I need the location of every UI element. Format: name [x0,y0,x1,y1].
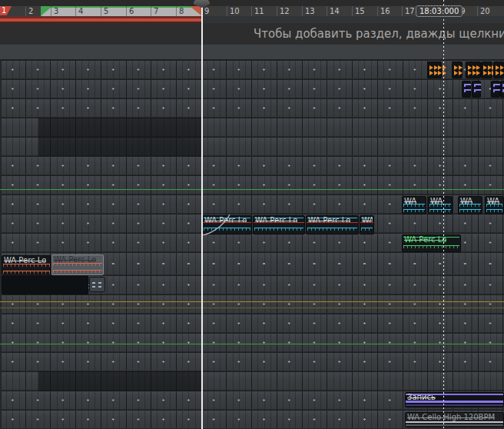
midi-notes-orange-icon [468,65,476,75]
audio-clip-wa-perc-lo[interactable]: WA Perc Lo [306,215,359,234]
playhead-line [201,6,203,429]
edit-cursor-line [443,0,444,429]
midi-clip[interactable] [466,62,481,78]
ruler-measure-20[interactable]: 20 [477,6,490,16]
audio-clip[interactable] [2,275,88,294]
midi-notes-orange-icon [429,65,438,75]
edit-cursor-time-display[interactable]: 18:03:000 [416,5,463,17]
ruler-measure-10[interactable]: 10 [227,6,240,16]
track-row[interactable] [0,175,504,195]
midi-note-band [406,421,503,423]
clip-label: WA Cello High 120BPM [407,413,495,421]
track-row[interactable] [0,352,504,371]
audio-clip-wa-perc-lo[interactable]: WA Perc Lo [402,234,461,252]
clip-label: WA Perc Lo [255,216,297,224]
waveform [403,245,459,248]
clip-label: WA Perc Lo [54,255,96,264]
mini-notes-row [92,286,103,288]
daw-arrange-window: 234567891011121314151617181920 1 Чтобы д… [0,0,504,429]
audio-clip-wa[interactable]: WA [428,196,453,214]
waveform [307,228,357,231]
ruler-measure-13[interactable]: 13 [302,6,315,16]
midi-notes-orange-icon [454,65,463,75]
ruler-measure-12[interactable]: 12 [277,6,290,16]
clip-label: Запись [407,393,436,401]
mute-strike-line [307,222,358,223]
waveform [204,228,250,231]
ruler-measure-3[interactable]: 3 [51,6,58,16]
ruler-measure-16[interactable]: 16 [377,6,390,16]
track-row[interactable] [0,314,504,333]
mini-notes-row [92,282,103,284]
hint-message-text: Чтобы добавить раздел, дважды щелкните м… [254,27,504,41]
midi-clip[interactable] [462,81,471,98]
ruler-measure-2[interactable]: 2 [25,6,33,16]
selection-end-handle-icon[interactable] [190,6,202,16]
ruler-measure-4[interactable]: 4 [75,6,83,16]
midi-clip[interactable] [493,62,504,78]
midi-clip[interactable] [427,62,442,78]
audio-clip-wa-perc-lo[interactable]: WA Perc Lo [2,255,51,274]
waveform [403,209,425,212]
audio-clip-wa[interactable]: WA [485,196,504,214]
automation-envelope-line[interactable] [0,301,504,302]
audio-clip-wa[interactable]: WA [458,196,482,214]
clip-label: WA [404,197,416,205]
audio-clip-wa-perc-lo[interactable]: WA Perc Lo [202,215,252,234]
section-dark-region [38,371,203,391]
ruler-measure-8[interactable]: 8 [176,6,184,16]
waveform [53,270,102,273]
audio-clip[interactable] [89,277,105,292]
waveform [361,228,373,231]
track-row[interactable] [0,156,504,175]
automation-envelope-line[interactable] [0,344,504,344]
clip-label: WA [362,216,373,224]
arrange-left-edge [0,60,2,429]
ruler-measure-11[interactable]: 11 [251,6,264,16]
midi-notes-purple-icon [464,84,471,95]
clip-label: WA Perc Lo [404,235,446,244]
midi-clip[interactable] [491,81,500,98]
waveform [459,209,481,212]
waveform [3,271,50,274]
midi-notes-orange-icon [438,65,446,75]
audio-clip-wa-perc-lo[interactable]: WA Perc Lo [253,215,305,234]
clip-label: WA Perc Lo [204,216,247,224]
audio-clip-wa-cello-high-120bpm[interactable]: WA Cello High 120BPM [405,412,504,427]
midi-notes-orange-icon [483,65,492,75]
clip-label: WA [460,197,472,205]
midi-note-band [406,424,503,426]
clip-label: WA Perc Lo [308,216,350,224]
midi-clip[interactable] [481,62,492,78]
ruler-measure-15[interactable]: 15 [352,6,365,16]
audio-clip-wa-perc-lo[interactable]: WA Perc Lo [51,254,104,275]
audio-clip-wa[interactable]: WA [402,196,426,214]
track-row[interactable] [0,79,504,98]
hint-message-bar[interactable]: Чтобы добавить раздел, дважды щелкните м… [0,23,504,45]
automation-envelope-line[interactable] [0,308,504,308]
track-row[interactable] [0,214,504,233]
mute-strike-line [203,222,251,223]
ruler-measure-6[interactable]: 6 [126,6,134,16]
track-row[interactable] [0,98,504,118]
midi-clip[interactable] [500,81,504,98]
midi-clip[interactable] [472,81,481,98]
track-row[interactable] [0,294,504,314]
mute-strike-line [360,222,373,223]
audio-clip-wa[interactable]: WA [360,215,374,234]
midi-clip[interactable] [452,62,463,78]
midi-notes-purple-icon [493,84,500,95]
ruler-measure-17[interactable]: 17 [402,6,415,16]
clip-label: WA [430,197,443,205]
section-dark-region [38,118,203,156]
ruler-measure-7[interactable]: 7 [151,6,158,16]
midi-note-band [406,404,503,406]
clip-label: WA [487,197,499,205]
ruler-measure-14[interactable]: 14 [327,6,340,16]
track-row[interactable] [0,333,504,352]
midi-clip-запись[interactable]: Запись [405,392,504,407]
ruler-measure-5[interactable]: 5 [101,6,108,16]
arrange-grid[interactable]: WAWAWAWAWA Perc LoWA Perc LoWA Perc LoWA… [0,60,504,429]
loop-bar-shadow [0,22,203,23]
automation-envelope-line[interactable] [0,189,504,190]
